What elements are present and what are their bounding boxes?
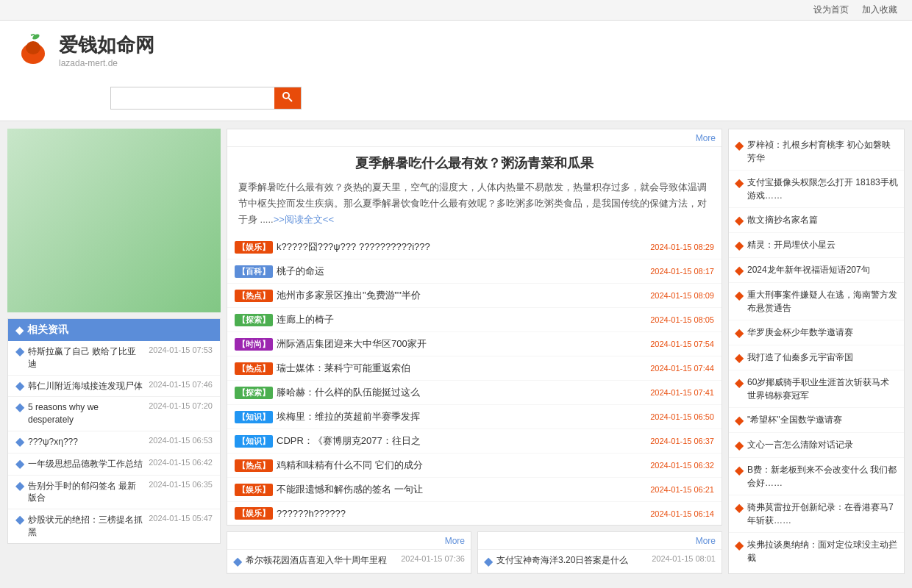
article-tag: 【知识】	[235, 411, 273, 423]
news-item-text: ???ψ?хη???	[28, 436, 145, 448]
article-item[interactable]: 【时尚】 洲际酒店集团迎来大中华区700家开 2024-01-15 07:54	[227, 332, 722, 356]
right-item-text: 埃弗拉谈奥纳纳：面对定位球没主动拦截	[747, 538, 898, 564]
bottom-center-item[interactable]: ◆ 支付宝神奇海洋3.20日答案是什么 2024-01-15 08:01	[478, 550, 722, 573]
svg-point-1	[26, 41, 40, 54]
logo-area: 爱钱如命网 lazada-mert.de	[15, 32, 154, 68]
bottom-panels: More ◆ 希尔顿花园酒店喜迎入华十周年里程 2024-01-15 07:36…	[227, 531, 722, 574]
news-bullet: ◆	[15, 401, 24, 413]
right-item-text: "希望杯"全国数学邀请赛	[747, 413, 842, 426]
bottom-item-date: 2024-01-15 07:36	[401, 554, 465, 563]
bottom-item-text: 支付宝神奇海洋3.20日答案是什么	[496, 554, 648, 567]
article-title[interactable]: ??????h??????	[277, 508, 646, 519]
right-panel-item[interactable]: ◆ 散文摘抄名家名篇	[729, 208, 904, 233]
right-panel-item[interactable]: ◆ 骑弗莫雷拉开创新纪录：在香港赛马7年斩获……	[729, 495, 904, 533]
right-item-text: 精灵：开局埋伏小星云	[747, 238, 836, 251]
article-item[interactable]: 【娱乐】 不能跟遗憾和解伤感的签名 一句让 2024-01-15 06:21	[227, 478, 722, 502]
article-item[interactable]: 【热点】 鸡精和味精有什么不同 它们的成分 2024-01-15 06:32	[227, 453, 722, 478]
article-tag: 【百科】	[235, 265, 273, 278]
article-title[interactable]: CDPR：《赛博朋克2077：往日之	[277, 434, 646, 448]
article-item[interactable]: 【知识】 CDPR：《赛博朋克2077：往日之 2024-01-15 06:37	[227, 429, 722, 453]
article-date: 2024-01-15 06:50	[650, 412, 714, 421]
article-title[interactable]: 池州市多家景区推出"免费游""半价	[277, 289, 646, 302]
article-tag: 【探索】	[235, 314, 273, 326]
article-title[interactable]: 鸡精和味精有什么不同 它们的成分	[277, 459, 646, 472]
right-panel-item[interactable]: ◆ 文心一言怎么清除对话记录	[729, 433, 904, 458]
article-item[interactable]: 【知识】 埃梅里：维拉的英超前半赛季发挥 2024-01-15 06:50	[227, 405, 722, 429]
right-item-text: 支付宝摄像头权限怎么打开 18183手机游戏……	[747, 176, 898, 202]
add-bookmark-link[interactable]: 加入收藏	[862, 4, 897, 15]
right-panel-item[interactable]: ◆ 罗梓祯：扎根乡村育桃李 初心如磐映芳华	[729, 133, 904, 171]
article-title[interactable]: 连廊上的椅子	[277, 313, 646, 326]
read-more-link[interactable]: >>阅读全文<<	[274, 214, 334, 225]
right-bullet: ◆	[735, 238, 744, 252]
center-top: More 夏季解暑吃什么最有效？粥汤青菜和瓜果 夏季解暑吃什么最有效？炎热的夏天…	[227, 129, 722, 526]
right-bullet: ◆	[735, 351, 744, 365]
right-item-text: 2024龙年新年祝福语短语207句	[747, 263, 870, 276]
article-item[interactable]: 【娱乐】 ??????h?????? 2024-01-15 06:14	[227, 502, 722, 525]
article-title[interactable]: 瑞士媒体：莱科宁可能重返索伯	[277, 362, 646, 375]
article-tag: 【探索】	[235, 387, 273, 399]
center-more-link[interactable]: More	[696, 133, 716, 143]
news-item-date: 2024-01-15 07:20	[149, 401, 213, 410]
article-title[interactable]: 埃梅里：维拉的英超前半赛季发挥	[277, 410, 646, 423]
news-item-date: 2024-01-15 06:53	[149, 436, 213, 445]
article-item[interactable]: 【热点】 瑞士媒体：莱科宁可能重返索伯 2024-01-15 07:44	[227, 356, 722, 381]
right-panel-item[interactable]: ◆ 2024龙年新年祝福语短语207句	[729, 258, 904, 283]
article-title[interactable]: 洲际酒店集团迎来大中华区700家开	[277, 337, 646, 351]
article-date: 2024-01-15 07:44	[650, 364, 714, 373]
right-item-text: 罗梓祯：扎根乡村育桃李 初心如磐映芳华	[747, 138, 898, 165]
logo-icon	[15, 32, 51, 68]
right-item-text: 重大刑事案件嫌疑人在逃，海南警方发布悬赏通告	[747, 288, 898, 315]
bottom-center-more-link[interactable]: More	[696, 536, 716, 546]
set-homepage-link[interactable]: 设为首页	[813, 4, 849, 15]
search-button[interactable]	[274, 87, 301, 109]
article-item[interactable]: 【探索】 滕哈赫：什么样的队伍能挺过这么 2024-01-15 07:41	[227, 381, 722, 405]
article-item[interactable]: 【娱乐】 k?????囧???ψ??? ??????????i??? 2024-…	[227, 235, 722, 259]
bottom-item-text: 希尔顿花园酒店喜迎入华十周年里程	[246, 554, 397, 567]
search-input[interactable]	[111, 89, 274, 107]
bottom-item-date: 2024-01-15 08:01	[652, 554, 716, 563]
search-bar	[0, 79, 912, 121]
article-item[interactable]: 【百科】 桃子的命运 2024-01-15 08:17	[227, 259, 722, 284]
right-panel-item[interactable]: ◆ "希望杯"全国数学邀请赛	[729, 408, 904, 433]
related-news-title: 相关资讯	[27, 323, 68, 337]
article-item[interactable]: 【探索】 连廊上的椅子 2024-01-15 08:05	[227, 308, 722, 332]
news-item-date: 2024-01-15 07:46	[149, 380, 213, 389]
right-bullet: ◆	[735, 326, 744, 340]
right-panel-item[interactable]: ◆ 华罗庚金杯少年数学邀请赛	[729, 320, 904, 345]
right-item-text: 华罗庚金杯少年数学邀请赛	[747, 326, 853, 339]
article-item[interactable]: 【热点】 池州市多家景区推出"免费游""半价 2024-01-15 08:09	[227, 284, 722, 308]
related-news-item[interactable]: ◆ 炒股状元的绝招：三榜提名抓黑 2024-01-15 05:47	[8, 509, 220, 543]
article-title[interactable]: 滕哈赫：什么样的队伍能挺过这么	[277, 386, 646, 399]
left-image-placeholder	[7, 129, 221, 312]
right-panel-item[interactable]: ◆ 埃弗拉谈奥纳纳：面对定位球没主动拦截	[729, 533, 904, 570]
right-panel-item[interactable]: ◆ 60岁揶威骑手职业生涯首次斩获马术世界锦标赛冠军	[729, 370, 904, 408]
news-item-text: 一年级思想品德教学工作总结	[28, 458, 145, 470]
right-panel-item[interactable]: ◆ 我打造了仙秦多元宇宙帝国	[729, 345, 904, 370]
article-title[interactable]: 不能跟遗憾和解伤感的签名 一句让	[277, 483, 646, 496]
bottom-left-item[interactable]: ◆ 希尔顿花园酒店喜迎入华十周年里程 2024-01-15 07:36	[227, 550, 471, 573]
news-bullet: ◆	[15, 345, 24, 357]
right-bullet: ◆	[735, 263, 744, 277]
article-list: 【娱乐】 k?????囧???ψ??? ??????????i??? 2024-…	[227, 235, 722, 525]
related-news-item[interactable]: ◆ 告别分手时的郁闷签名 最新版合 2024-01-15 06:35	[8, 476, 220, 510]
related-news-item[interactable]: ◆ 韩仁川附近海域接连发现尸体 2024-01-15 07:46	[8, 376, 220, 398]
right-panel-item[interactable]: ◆ 重大刑事案件嫌疑人在逃，海南警方发布悬赏通告	[729, 283, 904, 320]
right-panel-item[interactable]: ◆ 支付宝摄像头权限怎么打开 18183手机游戏……	[729, 171, 904, 208]
article-date: 2024-01-15 06:37	[650, 437, 714, 445]
related-news-item[interactable]: ◆ 特斯拉赢了自己 败给了比亚迪 2024-01-15 07:53	[8, 341, 220, 376]
right-item-text: 60岁揶威骑手职业生涯首次斩获马术世界锦标赛冠军	[747, 376, 898, 402]
right-panel-item[interactable]: ◆ 精灵：开局埋伏小星云	[729, 233, 904, 258]
related-news-item[interactable]: ◆ 5 reasons why we desperately 2024-01-1…	[8, 397, 220, 431]
related-news-item[interactable]: ◆ 一年级思想品德教学工作总结 2024-01-15 06:42	[8, 453, 220, 476]
bottom-center-more: More	[478, 532, 722, 550]
right-panel: ◆ 罗梓祯：扎根乡村育桃李 初心如磐映芳华 ◆ 支付宝摄像头权限怎么打开 181…	[728, 129, 905, 574]
article-title[interactable]: k?????囧???ψ??? ??????????i???	[277, 240, 646, 254]
bottom-left-more-link[interactable]: More	[445, 536, 465, 546]
right-panel-inner: ◆ 罗梓祯：扎根乡村育桃李 初心如磐映芳华 ◆ 支付宝摄像头权限怎么打开 181…	[728, 129, 905, 574]
article-tag: 【娱乐】	[235, 241, 273, 254]
article-title[interactable]: 桃子的命运	[277, 265, 646, 278]
related-news-item[interactable]: ◆ ???ψ?хη??? 2024-01-15 06:53	[8, 431, 220, 453]
right-panel-item[interactable]: ◆ B费：新老板到来不会改变什么 我们都会好……	[729, 458, 904, 495]
bottom-left-more: More	[227, 532, 471, 550]
